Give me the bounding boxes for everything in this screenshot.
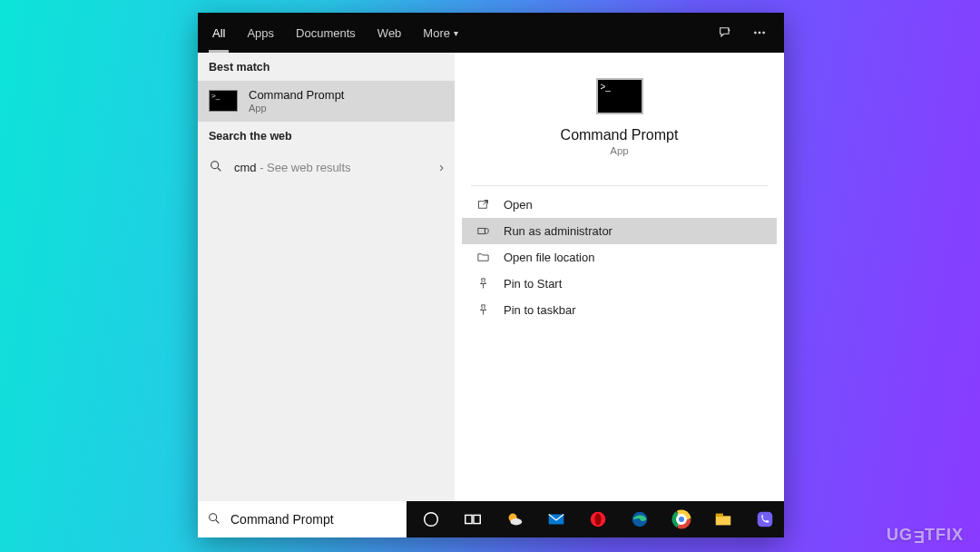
taskbar-cortana-icon[interactable] xyxy=(412,501,450,537)
action-pin-to-start[interactable]: Pin to Start xyxy=(462,271,777,297)
taskbar-edge-icon[interactable] xyxy=(621,501,659,537)
action-label: Pin to Start xyxy=(504,277,562,291)
section-header-best-match: Best match xyxy=(198,53,455,81)
svg-point-1 xyxy=(759,32,760,34)
best-match-text: Command Prompt App xyxy=(249,89,344,113)
pin-icon xyxy=(475,303,491,317)
svg-point-3 xyxy=(211,162,219,169)
preview-title: Command Prompt xyxy=(561,127,679,143)
search-box[interactable] xyxy=(198,501,407,537)
svg-rect-27 xyxy=(716,514,723,518)
results-list: Best match Command Prompt App Search the… xyxy=(198,53,455,501)
divider xyxy=(471,185,768,186)
feedback-icon[interactable] xyxy=(710,17,740,48)
search-window: All Apps Documents Web More ▾ Best match xyxy=(198,13,784,537)
action-list: Open Run as administrator Open file loca… xyxy=(455,190,784,325)
action-label: Open xyxy=(504,198,533,212)
svg-rect-28 xyxy=(758,512,773,527)
svg-rect-6 xyxy=(477,228,485,233)
action-pin-to-taskbar[interactable]: Pin to taskbar xyxy=(462,297,777,323)
pin-icon xyxy=(475,277,491,291)
svg-rect-26 xyxy=(716,516,731,525)
search-icon xyxy=(207,511,221,528)
web-result-text: cmd - See web results xyxy=(234,161,351,174)
command-prompt-large-icon xyxy=(596,78,643,114)
scope-tabs: All Apps Documents Web More ▾ xyxy=(201,13,469,53)
search-input[interactable] xyxy=(230,512,397,527)
action-label: Open file location xyxy=(504,251,594,264)
more-options-icon[interactable] xyxy=(744,17,775,48)
preview-subtitle: App xyxy=(610,145,628,156)
svg-point-11 xyxy=(425,513,438,527)
best-match-item[interactable]: Command Prompt App xyxy=(198,81,455,122)
svg-line-10 xyxy=(216,520,219,523)
web-query: cmd xyxy=(234,161,257,174)
taskbar-chrome-icon[interactable] xyxy=(662,501,701,537)
action-label: Run as administrator xyxy=(504,224,612,238)
taskbar-viber-icon[interactable] xyxy=(746,501,784,537)
action-run-as-administrator[interactable]: Run as administrator xyxy=(462,218,777,244)
taskbar-mail-icon[interactable] xyxy=(537,501,575,537)
svg-rect-12 xyxy=(466,515,472,523)
taskbar-weather-icon[interactable] xyxy=(495,501,534,537)
chevron-right-icon: › xyxy=(439,160,444,174)
topbar-right xyxy=(710,17,780,48)
best-match-title: Command Prompt xyxy=(249,89,344,103)
web-suffix: - See web results xyxy=(257,161,351,174)
admin-shield-icon xyxy=(475,224,491,238)
best-match-subtitle: App xyxy=(249,103,344,113)
bottom-bar xyxy=(198,501,784,537)
results-body: Best match Command Prompt App Search the… xyxy=(198,53,784,501)
watermark: UGETFIX xyxy=(887,526,964,545)
search-icon xyxy=(209,159,223,176)
tab-apps[interactable]: Apps xyxy=(236,13,285,53)
preview-pane: Command Prompt App Open Run as administr… xyxy=(455,53,784,501)
svg-point-15 xyxy=(510,518,522,525)
taskbar-taskview-icon[interactable] xyxy=(454,501,492,537)
tab-web[interactable]: Web xyxy=(367,13,413,53)
taskbar-opera-icon[interactable] xyxy=(579,501,617,537)
tab-more[interactable]: More ▾ xyxy=(412,13,469,53)
tab-more-label: More xyxy=(423,26,450,40)
tab-documents[interactable]: Documents xyxy=(285,13,367,53)
tab-all[interactable]: All xyxy=(201,13,236,53)
svg-point-18 xyxy=(594,514,601,526)
svg-rect-13 xyxy=(474,515,480,523)
action-label: Pin to taskbar xyxy=(504,303,576,317)
svg-point-0 xyxy=(754,32,756,34)
search-topbar: All Apps Documents Web More ▾ xyxy=(198,13,784,53)
taskbar-explorer-icon[interactable] xyxy=(704,501,742,537)
svg-point-9 xyxy=(210,513,217,520)
action-open-file-location[interactable]: Open file location xyxy=(462,244,777,271)
svg-line-4 xyxy=(218,168,220,171)
svg-point-2 xyxy=(763,32,765,34)
open-icon xyxy=(475,198,491,212)
folder-icon xyxy=(475,251,491,264)
taskbar xyxy=(407,501,784,537)
action-open[interactable]: Open xyxy=(462,192,777,218)
preview-header: Command Prompt App xyxy=(455,53,784,172)
section-header-web: Search the web xyxy=(198,122,455,150)
web-result-item[interactable]: cmd - See web results › xyxy=(198,150,455,185)
chevron-down-icon: ▾ xyxy=(454,28,458,38)
command-prompt-icon xyxy=(209,90,238,112)
